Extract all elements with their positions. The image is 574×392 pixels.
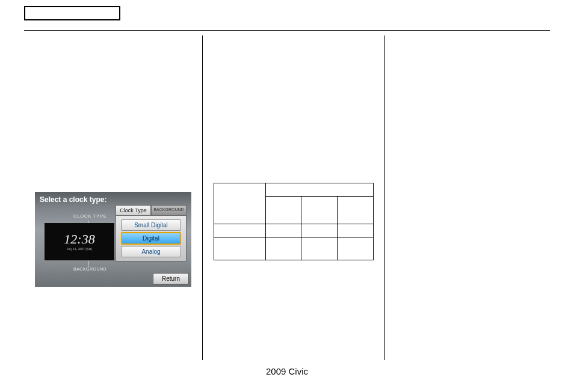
page-columns: Select a clock type: CLOCK TYPE 12:38 Ju… xyxy=(24,35,550,360)
table-row xyxy=(214,224,374,237)
header-empty-box xyxy=(24,6,120,20)
column-2 xyxy=(202,35,384,360)
page-footer: 2009 Civic xyxy=(24,366,550,376)
clock-type-options: Small Digital Digital Analog xyxy=(116,216,187,262)
horizontal-rule xyxy=(24,30,550,31)
screenshot-title: Select a clock type: xyxy=(40,195,106,204)
tab-clock-type[interactable]: Clock Type xyxy=(116,205,151,216)
option-analog[interactable]: Analog xyxy=(121,246,181,257)
tab-row: Clock Type BACKGROUND xyxy=(116,205,187,216)
option-digital[interactable]: Digital xyxy=(121,232,181,245)
column-1: Select a clock type: CLOCK TYPE 12:38 Ju… xyxy=(24,35,202,360)
clock-type-screenshot: Select a clock type: CLOCK TYPE 12:38 Ju… xyxy=(35,192,191,287)
tab-background[interactable]: BACKGROUND xyxy=(151,205,187,216)
background-callout-label: BACKGROUND xyxy=(73,267,106,271)
clock-time: 12:38 xyxy=(64,233,94,246)
table-row xyxy=(214,183,374,197)
return-button[interactable]: Return xyxy=(153,273,189,284)
clock-type-panel: Clock Type BACKGROUND Small Digital Digi… xyxy=(116,205,187,262)
column-3 xyxy=(384,35,550,360)
table-row xyxy=(214,237,374,260)
clock-date: July 14, 2007 (Sat) xyxy=(67,247,92,251)
clock-type-callout-label: CLOCK TYPE xyxy=(73,213,107,219)
outline-table xyxy=(214,183,374,260)
option-small-digital[interactable]: Small Digital xyxy=(121,219,181,231)
clock-preview-box: 12:38 July 14, 2007 (Sat) xyxy=(45,223,114,260)
